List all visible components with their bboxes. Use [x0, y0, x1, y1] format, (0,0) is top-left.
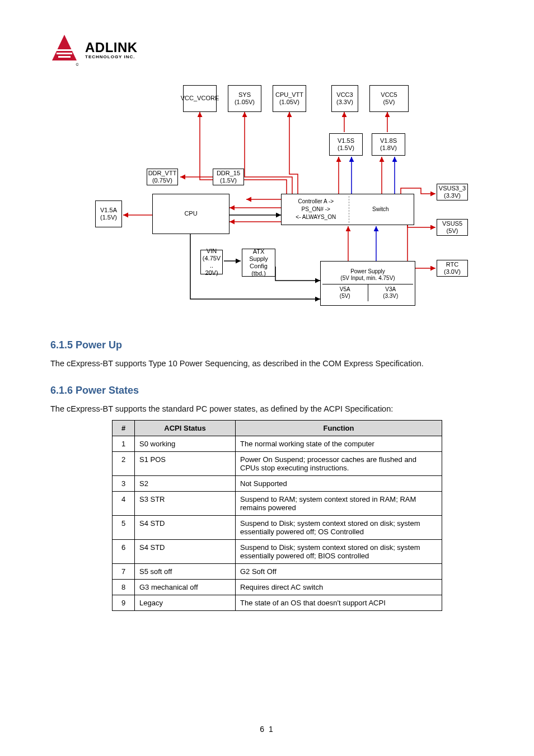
block-diagram: VCC_VCORE SYS(1.05V) CPU_VTT(1.05V) VCC3…: [85, 82, 449, 317]
box-vin: VIN(4.75V ..20V): [200, 250, 223, 274]
table-header-row: # ACPI Status Function: [113, 421, 442, 436]
cell-func: Suspend to Disk; system context stored o…: [236, 540, 442, 564]
cell-func: Not Supported: [236, 476, 442, 492]
cell-num: 1: [113, 436, 135, 452]
table-row: 1S0 workingThe normal working state of t…: [113, 436, 442, 452]
table-row: 3S2Not Supported: [113, 476, 442, 492]
cell-status: S5 soft off: [135, 564, 236, 580]
cell-status: S4 STD: [135, 516, 236, 540]
box-vcc5: VCC5(5V): [369, 85, 409, 112]
box-atx: ATXSupplyConfig(tbd.): [242, 249, 275, 277]
box-rtc: RTC(3.0V): [437, 260, 468, 277]
table-row: 9LegacyThe state of an OS that doesn't s…: [113, 595, 442, 611]
cell-func: G2 Soft Off: [236, 564, 442, 580]
cell-num: 7: [113, 564, 135, 580]
cell-func: Suspend to Disk; system context stored o…: [236, 516, 442, 540]
box-ddrvtt: DDR_VTT(0.75V): [147, 169, 178, 185]
cell-status: G3 mechanical off: [135, 580, 236, 595]
cell-num: 3: [113, 476, 135, 492]
box-ddr15: DDR_15(1.5V): [213, 169, 244, 185]
box-v18s: V1.8S(1.8V): [372, 133, 405, 156]
box-ctrl: Controller A -> PS_ON# -> <- ALWAYS_ON S…: [281, 194, 414, 225]
cell-status: Legacy: [135, 595, 236, 611]
cell-status: S1 POS: [135, 452, 236, 476]
th-status: ACPI Status: [135, 421, 236, 436]
table-row: 5S4 STDSuspend to Disk; system context s…: [113, 516, 442, 540]
logo-text-wrap: ADLINK TECHNOLOGY INC.: [85, 41, 138, 59]
cell-status: S0 working: [135, 436, 236, 452]
box-sys: SYS(1.05V): [228, 85, 261, 112]
heading-powerstates: 6.1.6 Power States: [50, 385, 484, 396]
text-powerup: The cExpress-BT supports Type 10 Power S…: [50, 359, 484, 368]
box-vcc3: VCC3(3.3V): [331, 85, 358, 112]
table-row: 7S5 soft offG2 Soft Off: [113, 564, 442, 580]
table-row: 6S4 STDSuspend to Disk; system context s…: [113, 540, 442, 564]
cell-num: 6: [113, 540, 135, 564]
section-powerstates: 6.1.6 Power States The cExpress-BT suppo…: [50, 385, 484, 611]
power-states-table: # ACPI Status Function 1S0 workingThe no…: [112, 420, 442, 611]
text-powerstates: The cExpress-BT supports the standard PC…: [50, 404, 484, 413]
box-vsus33: VSUS3_3(3.3V): [437, 184, 468, 200]
cell-num: 8: [113, 580, 135, 595]
logo-mark: R: [50, 34, 78, 66]
box-vsus5: VSUS5(5V): [437, 219, 468, 236]
heading-powerup: 6.1.5 Power Up: [50, 339, 484, 351]
logo-sub: TECHNOLOGY INC.: [85, 54, 138, 59]
cell-func: Requires direct AC switch: [236, 580, 442, 595]
th-func: Function: [236, 421, 442, 436]
box-v15s: V1.5S(1.5V): [329, 133, 363, 156]
cell-func: Suspend to RAM; system context stored in…: [236, 492, 442, 516]
table-row: 2S1 POSPower On Suspend; processor cache…: [113, 452, 442, 476]
cell-num: 9: [113, 595, 135, 611]
cell-func: Power On Suspend; processor caches are f…: [236, 452, 442, 476]
cell-num: 2: [113, 452, 135, 476]
svg-rect-3: [58, 56, 71, 58]
svg-rect-1: [55, 49, 74, 51]
cell-status: S4 STD: [135, 540, 236, 564]
cell-status: S3 STR: [135, 492, 236, 516]
box-soc: V1.5A(1.5V): [95, 200, 122, 227]
table-row: 4S3 STRSuspend to RAM; system context st…: [113, 492, 442, 516]
cell-num: 5: [113, 516, 135, 540]
cell-num: 4: [113, 492, 135, 516]
cell-func: The state of an OS that doesn't support …: [236, 595, 442, 611]
page-number: 6 1: [0, 725, 534, 734]
th-num: #: [113, 421, 135, 436]
cell-status: S2: [135, 476, 236, 492]
svg-text:R: R: [77, 64, 78, 66]
box-vcore: VCC_VCORE: [183, 85, 217, 112]
box-psu: Power Supply(5V Input, min. 4.75V) V5A(5…: [320, 261, 415, 306]
table-row: 8G3 mechanical offRequires direct AC swi…: [113, 580, 442, 595]
box-cpuvtt: CPU_VTT(1.05V): [273, 85, 306, 112]
section-powerup: 6.1.5 Power Up The cExpress-BT supports …: [50, 339, 484, 368]
logo: R ADLINK TECHNOLOGY INC.: [50, 34, 484, 66]
box-cpu: CPU: [152, 194, 229, 234]
svg-rect-2: [57, 53, 72, 54]
cell-func: The normal working state of the computer: [236, 436, 442, 452]
logo-name: ADLINK: [85, 41, 138, 54]
